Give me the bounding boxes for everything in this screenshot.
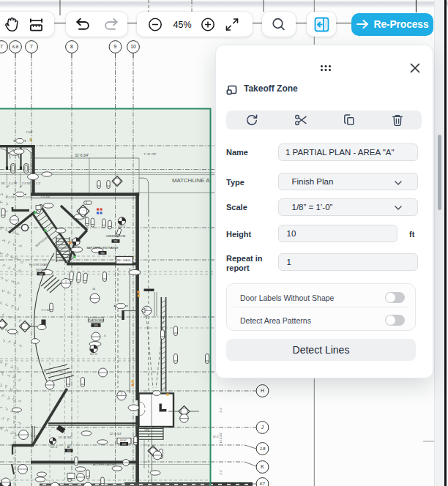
svg-text:7: 7 (30, 44, 33, 49)
svg-text:3’-4”: 3’-4” (220, 408, 223, 413)
svg-text:9: 9 (114, 44, 117, 49)
svg-text:K7: K7 (260, 482, 265, 486)
svg-text:6.8: 6.8 (12, 44, 19, 49)
svg-text:8: 8 (70, 44, 73, 49)
svg-text:J.8: J.8 (260, 446, 266, 451)
svg-text:K: K (261, 464, 264, 469)
svg-text:7: 7 (0, 44, 3, 49)
svg-text:3’-4”: 3’-4” (220, 470, 223, 475)
svg-text:16’-0 3/4”: 16’-0 3/4” (220, 433, 223, 443)
svg-text:J: J (261, 425, 264, 430)
svg-text:H: H (261, 388, 264, 393)
svg-text:10: 10 (130, 44, 136, 49)
svg-text:34’-0”: 34’-0” (213, 435, 220, 438)
